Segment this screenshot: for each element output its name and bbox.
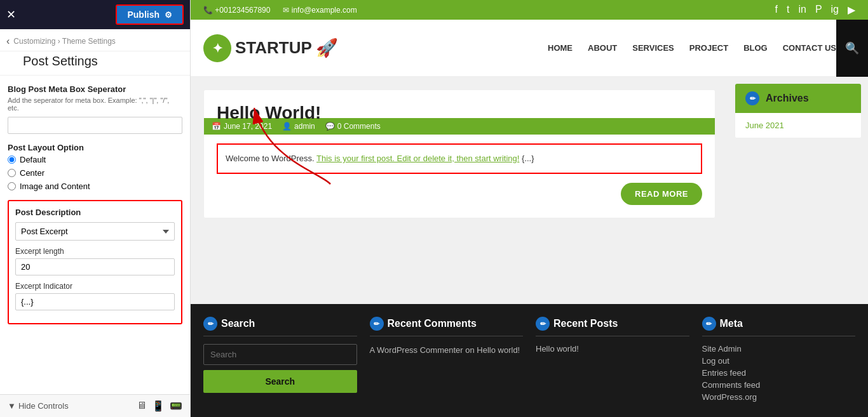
post-excerpt: Welcome to WordPress. This is your first… [217, 143, 702, 174]
excerpt-indicator-input[interactable] [15, 293, 175, 310]
meta-box-input[interactable] [8, 117, 182, 134]
page-title: Post Settings [0, 51, 190, 76]
logo-icon: ✦ [203, 34, 231, 62]
read-more-button[interactable]: READ MORE [621, 183, 702, 205]
widget-body: June 2021 [735, 113, 861, 138]
twitter-icon[interactable]: t [787, 4, 789, 16]
customizer-panel: ✕ Publish ⚙ ‹ Customizing › Theme Settin… [0, 0, 191, 417]
publish-label: Publish [127, 10, 159, 20]
device-switcher: 🖥 📱 📟 [137, 400, 182, 412]
bottom-bar: ▼ Hide Controls 🖥 📱 📟 [0, 394, 190, 417]
site-topbar-contact: 📞 +001234567890 ✉ info@example.com [203, 6, 357, 15]
excerpt-indicator-label: Excerpt Indicator [15, 282, 175, 291]
layout-option-default[interactable]: Default [8, 155, 182, 164]
back-button[interactable]: ‹ [6, 36, 10, 47]
meta-box-section: Blog Post Meta Box Seperator Add the sep… [8, 84, 182, 143]
layout-option-center[interactable]: Center [8, 168, 182, 178]
site-topbar: 📞 +001234567890 ✉ info@example.com f t i… [191, 0, 868, 20]
nav-services[interactable]: SERVICES [632, 43, 674, 53]
post-layout-section: Post Layout Option Default Center Image … [8, 143, 182, 191]
excerpt-length-label: Excerpt length [15, 247, 175, 256]
customizer-topbar: ✕ Publish ⚙ [0, 0, 190, 29]
logo-text: STARTUP [235, 38, 312, 58]
breadcrumb-nav: ‹ Customizing › Theme Settings [0, 29, 190, 51]
widget-title: Archives [766, 93, 809, 104]
post-layout-title: Post Layout Option [8, 143, 182, 152]
hide-controls-label: Hide Controls [18, 401, 69, 411]
email-address: ✉ info@example.com [283, 6, 356, 15]
footer-search-button[interactable]: Search [203, 370, 357, 393]
post-date: 📅 June 17, 2021 [212, 122, 272, 131]
footer-comment-item: A WordPress Commenter on Hello world! [370, 344, 524, 357]
nav-links: HOME ABOUT SERVICES PROJECT BLOG CONTACT… [548, 43, 836, 53]
post-description-section: Post Description Post Excerpt Post Conte… [8, 200, 182, 324]
footer-search-edit-icon[interactable]: ✏ [203, 317, 217, 331]
instagram-icon[interactable]: ig [831, 4, 839, 16]
footer-posts-title: ✏ Recent Posts [536, 317, 689, 336]
footer-comments-edit-icon[interactable]: ✏ [370, 317, 384, 331]
meta-box-title: Blog Post Meta Box Seperator [8, 84, 182, 94]
nav-project[interactable]: PROJECT [689, 43, 728, 53]
rocket-icon: 🚀 [316, 37, 338, 58]
gear-icon: ⚙ [165, 10, 172, 20]
footer-meta-entries-feed[interactable]: Entries feed [702, 368, 856, 378]
publish-button[interactable]: Publish ⚙ [116, 4, 184, 25]
footer-meta-comments-feed[interactable]: Comments feed [702, 380, 856, 390]
site-navigation: ✦ STARTUP 🚀 HOME ABOUT SERVICES PROJECT … [191, 20, 868, 77]
post-comments: 💬 0 Comments [325, 122, 381, 131]
footer-comments-title: ✏ Recent Comments [370, 317, 524, 336]
footer-meta-wordpress[interactable]: WordPress.org [702, 392, 856, 402]
archives-widget: ✏ Archives June 2021 [735, 83, 862, 138]
footer-posts-col: ✏ Recent Posts Hello world! [536, 317, 689, 404]
excerpt-length-input[interactable] [15, 258, 175, 275]
footer-meta-title: ✏ Meta [702, 317, 856, 336]
footer-meta-col: ✏ Meta Site Admin Log out Entries feed C… [702, 317, 856, 404]
footer-meta-edit-icon[interactable]: ✏ [702, 317, 716, 331]
site-preview: 📞 +001234567890 ✉ info@example.com f t i… [191, 0, 868, 417]
linkedin-icon[interactable]: in [798, 4, 806, 16]
footer-posts-edit-icon[interactable]: ✏ [536, 317, 550, 331]
meta-box-desc: Add the seperator for meta box. Example:… [8, 96, 182, 112]
nav-blog[interactable]: BLOG [743, 43, 768, 53]
tablet-icon[interactable]: 📱 [152, 400, 165, 412]
desktop-icon[interactable]: 🖥 [137, 400, 147, 412]
footer-post-item[interactable]: Hello world! [536, 344, 689, 354]
site-main: Hello World! 📅 June 17, 2021 👤 admin 💬 0… [191, 77, 868, 304]
widget-edit-icon[interactable]: ✏ [745, 91, 759, 105]
post-excerpt-link[interactable]: This is your first post. Edit or delete … [316, 154, 519, 163]
post-author: 👤 admin [282, 122, 315, 131]
close-button[interactable]: ✕ [6, 8, 16, 22]
nav-contact[interactable]: CONTACT US [783, 43, 836, 53]
post-description-select[interactable]: Post Excerpt Post Content None [15, 222, 175, 241]
widget-header: ✏ Archives [735, 84, 861, 113]
footer-search-col: ✏ Search Search [203, 317, 357, 404]
hide-controls-button[interactable]: ▼ Hide Controls [8, 401, 69, 411]
pinterest-icon[interactable]: P [815, 4, 822, 16]
site-sidebar: ✏ Archives June 2021 [728, 77, 868, 304]
nav-search-button[interactable]: 🔍 [836, 20, 868, 77]
site-logo: ✦ STARTUP 🚀 [203, 34, 338, 62]
footer-meta-site-admin[interactable]: Site Admin [702, 344, 856, 354]
footer-search-title: ✏ Search [203, 317, 357, 336]
breadcrumb: Customizing › Theme Settings [13, 37, 116, 46]
site-content: Hello World! 📅 June 17, 2021 👤 admin 💬 0… [191, 77, 728, 304]
nav-about[interactable]: ABOUT [588, 43, 617, 53]
nav-home[interactable]: HOME [548, 43, 573, 53]
post-description-title: Post Description [15, 208, 175, 217]
mobile-icon[interactable]: 📟 [170, 400, 182, 412]
post-card: Hello World! 📅 June 17, 2021 👤 admin 💬 0… [203, 89, 715, 218]
social-icons: f t in P ig ▶ [775, 4, 855, 16]
site-footer: ✏ Search Search ✏ Recent Comments A Word… [191, 304, 868, 417]
panel-content: Blog Post Meta Box Seperator Add the sep… [0, 76, 190, 394]
hide-icon: ▼ [8, 401, 16, 411]
archive-item[interactable]: June 2021 [745, 121, 784, 130]
youtube-icon[interactable]: ▶ [848, 4, 855, 16]
footer-search-input[interactable] [203, 344, 357, 365]
phone-number: 📞 +001234567890 [203, 6, 270, 15]
footer-comments-col: ✏ Recent Comments A WordPress Commenter … [370, 317, 524, 404]
layout-option-image-content[interactable]: Image and Content [8, 182, 182, 191]
footer-meta-logout[interactable]: Log out [702, 356, 856, 366]
facebook-icon[interactable]: f [775, 4, 778, 16]
